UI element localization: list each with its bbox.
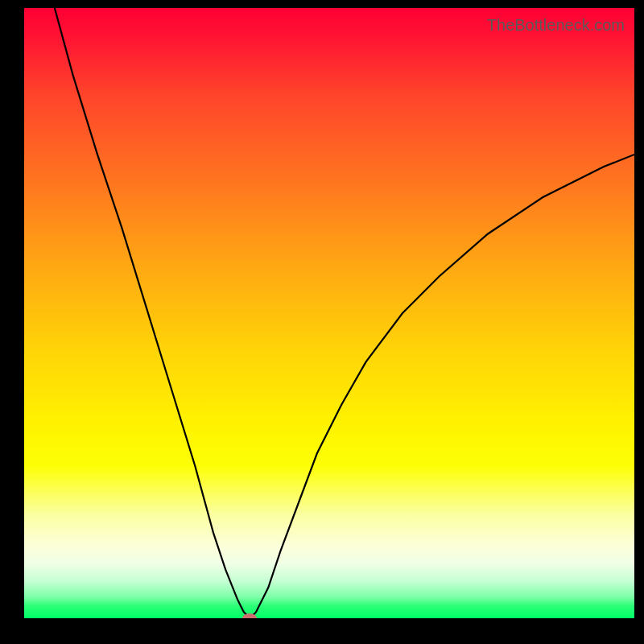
frame-top: [0, 0, 644, 8]
bottleneck-curve-line: [55, 8, 634, 618]
frame-left: [0, 0, 24, 644]
chart-plot-area: TheBottleneck.com: [24, 8, 634, 618]
frame-right: [634, 0, 644, 644]
watermark-text: TheBottleneck.com: [487, 16, 625, 35]
chart-svg: [24, 8, 634, 618]
frame-bottom: [0, 618, 644, 644]
